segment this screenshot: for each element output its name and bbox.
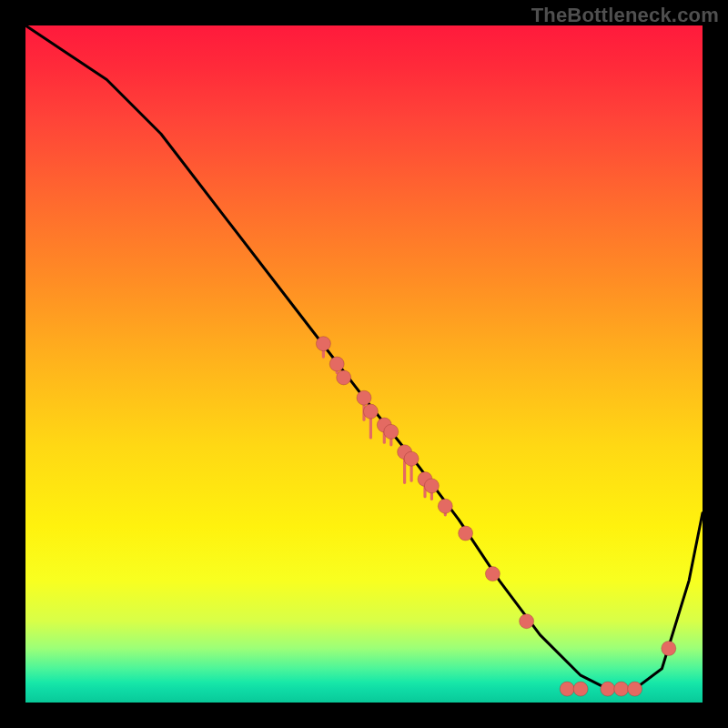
watermark-text: TheBottleneck.com [531,4,719,27]
chart-background-gradient [25,25,703,703]
chart-plot-area [25,25,703,703]
